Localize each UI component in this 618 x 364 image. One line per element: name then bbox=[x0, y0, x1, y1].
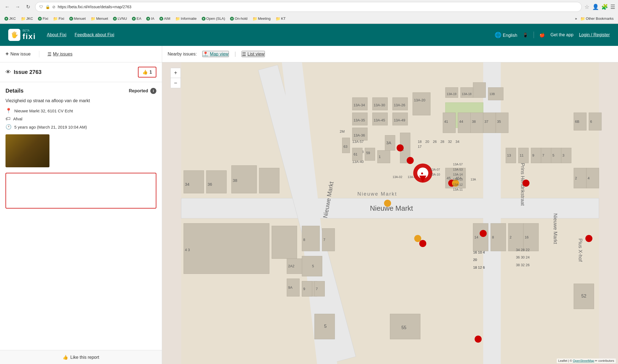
bookmark-menuet-folder[interactable]: 📁 Menuet bbox=[89, 16, 110, 21]
bookmark-menuet-green[interactable]: ● Menuet bbox=[68, 16, 87, 21]
svg-text:63: 63 bbox=[343, 145, 347, 149]
map-container[interactable]: + − Nieuwe Markt Nieuwe Markt Prins bbox=[162, 62, 618, 364]
my-issues-link[interactable]: ☰ My issues bbox=[48, 51, 73, 57]
svg-text:26: 26 bbox=[433, 140, 437, 144]
logo-hand-icon: 🖐 bbox=[8, 29, 20, 41]
like-count: 1 bbox=[149, 70, 152, 75]
svg-text:14: 14 bbox=[474, 235, 478, 239]
back-button[interactable]: ← bbox=[3, 2, 12, 11]
bookmark-open-sla[interactable]: ● Open (SLA) bbox=[200, 16, 227, 21]
svg-text:13A-14: 13A-14 bbox=[453, 173, 462, 176]
thumbs-up-small-icon: 👍 bbox=[63, 355, 68, 360]
security-icons: 🛡 🔒 ⊘ bbox=[39, 5, 56, 9]
bookmark-label: Open (SLA) bbox=[206, 16, 225, 21]
app-logo[interactable]: 🖐 BETA fixi bbox=[8, 29, 36, 41]
login-register-link[interactable]: Login / Register bbox=[579, 32, 610, 37]
extensions-icon[interactable]: 🧩 bbox=[601, 4, 608, 10]
svg-text:13: 13 bbox=[507, 153, 511, 157]
bookmark-star-button[interactable]: ☆ bbox=[584, 4, 589, 10]
info-icon[interactable]: i bbox=[150, 88, 156, 94]
svg-text:13A-34: 13A-34 bbox=[354, 103, 365, 107]
left-panel: + New issue ☰ My issues 👁 Issue 2763 👍 1… bbox=[0, 46, 162, 364]
language-selector[interactable]: 🌐 English bbox=[495, 32, 517, 38]
map-zoom-controls: + − bbox=[170, 68, 181, 88]
zoom-in-button[interactable]: + bbox=[171, 68, 181, 78]
bookmark-label: JKC bbox=[26, 16, 33, 21]
svg-rect-27 bbox=[473, 82, 486, 98]
svg-text:6B: 6B bbox=[575, 120, 580, 124]
leaflet-credit: Leaflet bbox=[558, 359, 567, 362]
folder-icon: 📁 bbox=[91, 16, 95, 21]
svg-text:13A-36: 13A-36 bbox=[354, 133, 365, 137]
osm-link[interactable]: OpenStreetMap bbox=[573, 359, 594, 362]
forward-button[interactable]: → bbox=[13, 2, 22, 11]
list-icon: ☰ bbox=[48, 51, 51, 57]
bookmark-label: LVNU bbox=[118, 16, 127, 21]
issue-photo[interactable] bbox=[5, 134, 49, 167]
refresh-button[interactable]: ↻ bbox=[24, 2, 32, 11]
map-attribution: Leaflet | © OpenStreetMap ✏ contributors bbox=[557, 359, 616, 363]
bookmark-label: EA bbox=[137, 16, 141, 21]
bookmark-lvnu[interactable]: ● LVNU bbox=[111, 16, 129, 21]
url-text: https://beta.fixi.nl/#/issue/details+map… bbox=[58, 5, 578, 9]
about-fixi-link[interactable]: About Fixi bbox=[47, 32, 66, 37]
like-report-button[interactable]: 👍 Like this report bbox=[63, 355, 99, 360]
address-text: Nieuwe Markt 32, 6101 CV Echt bbox=[14, 109, 73, 113]
list-view-button[interactable]: ☰ List view bbox=[242, 51, 265, 57]
folder-icon: 📁 bbox=[580, 16, 585, 21]
address-meta: 📍 Nieuwe Markt 32, 6101 CV Echt bbox=[5, 108, 156, 114]
nearby-label: Nearby issues: bbox=[168, 52, 197, 57]
svg-text:2A2: 2A2 bbox=[288, 264, 295, 268]
menu-icon[interactable]: ☰ bbox=[610, 4, 615, 10]
app-header: 🖐 BETA fixi About Fixi Feedback about Fi… bbox=[0, 24, 618, 46]
map-view-button[interactable]: 📍 Map view bbox=[202, 51, 229, 57]
bookmark-label: Other Bookmarks bbox=[586, 16, 614, 21]
list-view-label: List view bbox=[248, 52, 264, 57]
feedback-link[interactable]: Feedback about Fixi bbox=[75, 32, 114, 37]
bookmark-jkc-green[interactable]: ● JKC bbox=[3, 16, 18, 21]
svg-text:16 10 4: 16 10 4 bbox=[473, 250, 485, 254]
top-bar-divider bbox=[39, 51, 39, 57]
svg-text:13A-13: 13A-13 bbox=[453, 178, 462, 181]
nearby-issue-orange-dot bbox=[414, 235, 421, 242]
issue-description: Viezigheid op straat na afloop van de ma… bbox=[5, 98, 156, 103]
category-text: Afval bbox=[13, 116, 22, 121]
right-panel: Nearby issues: 📍 Map view | ☰ List view … bbox=[162, 46, 618, 364]
svg-text:13A-49: 13A-49 bbox=[394, 118, 405, 122]
top-bar: + New issue ☰ My issues bbox=[0, 46, 162, 62]
bookmark-other[interactable]: 📁 Other Bookmarks bbox=[579, 16, 615, 21]
svg-text:13A-57: 13A-57 bbox=[453, 163, 462, 166]
green-dot-icon: ● bbox=[146, 17, 150, 21]
get-app-label[interactable]: Get the app bbox=[550, 32, 573, 37]
overflow-icon[interactable]: » bbox=[575, 16, 577, 21]
bookmark-label: Fixi bbox=[59, 16, 64, 21]
comment-box[interactable] bbox=[5, 173, 156, 209]
like-button[interactable]: 👍 1 bbox=[138, 67, 156, 77]
zoom-out-button[interactable]: − bbox=[171, 78, 181, 88]
new-issue-button[interactable]: + New issue bbox=[5, 51, 31, 57]
svg-text:9: 9 bbox=[532, 153, 534, 157]
svg-text:34 28 22: 34 28 22 bbox=[516, 248, 530, 252]
bookmark-jkc-folder[interactable]: 📁 JKC bbox=[19, 16, 35, 21]
svg-text:28: 28 bbox=[440, 140, 444, 144]
bookmark-meeting[interactable]: 📁 Meeting bbox=[251, 16, 272, 21]
profile-icon[interactable]: 👤 bbox=[592, 4, 599, 10]
bookmark-label: Menuet bbox=[96, 16, 108, 21]
bookmark-fixi-folder[interactable]: 📁 Fixi bbox=[51, 16, 66, 21]
address-bar[interactable]: 🛡 🔒 ⊘ https://beta.fixi.nl/#/issue/detai… bbox=[35, 2, 582, 12]
bookmark-kt[interactable]: 📁 KT bbox=[274, 16, 287, 21]
bookmark-informatie[interactable]: 📁 Informatie bbox=[174, 16, 198, 21]
svg-text:13B: 13B bbox=[489, 92, 495, 96]
svg-text:13A-12: 13A-12 bbox=[453, 183, 462, 186]
bookmark-on-hold[interactable]: ● On-hold bbox=[228, 16, 249, 21]
green-dot-icon: ● bbox=[202, 17, 206, 21]
bookmark-ia[interactable]: ● IA bbox=[145, 16, 156, 21]
svg-text:18 12 6: 18 12 6 bbox=[473, 265, 485, 269]
svg-text:Nieuwe Markt: Nieuwe Markt bbox=[553, 213, 558, 244]
svg-text:17: 17 bbox=[418, 145, 422, 149]
bookmark-label: AIM bbox=[164, 16, 170, 21]
bookmark-aim[interactable]: ● AIM bbox=[158, 16, 172, 21]
bookmark-fixi-green[interactable]: ● Fixi bbox=[36, 16, 50, 21]
bookmark-ea[interactable]: ● EA bbox=[130, 16, 143, 21]
svg-text:13A-45: 13A-45 bbox=[374, 118, 385, 122]
